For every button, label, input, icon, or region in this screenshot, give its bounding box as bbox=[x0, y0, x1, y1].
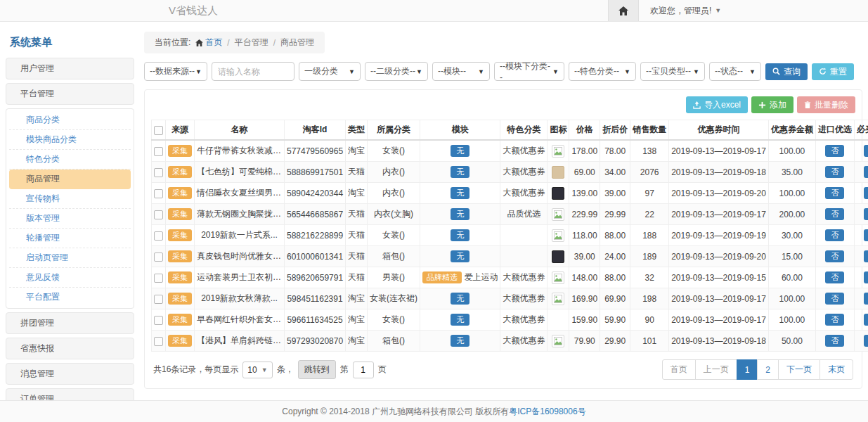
module-cell: 无 bbox=[420, 331, 500, 352]
import-excel-button[interactable]: 导入excel bbox=[686, 96, 748, 113]
sidebar-group[interactable]: 用户管理 bbox=[6, 58, 134, 79]
source-cell: 采集 bbox=[166, 183, 195, 204]
source-badge: 采集 bbox=[168, 166, 192, 178]
module-badge[interactable]: 无 bbox=[451, 335, 469, 347]
module-badge[interactable]: 无 bbox=[451, 187, 469, 199]
filter-select[interactable]: --特色分类--▼ bbox=[569, 62, 636, 81]
source-cell: 采集 bbox=[166, 225, 195, 246]
breadcrumb-home-link[interactable]: 首页 bbox=[195, 37, 222, 49]
page-button[interactable]: 2 bbox=[757, 359, 779, 380]
sidebar-item[interactable]: 宣传物料 bbox=[9, 189, 131, 209]
sidebar-group[interactable]: 拼团管理 bbox=[6, 312, 134, 334]
row-checkbox[interactable] bbox=[154, 274, 163, 283]
sidebar-item[interactable]: 商品分类 bbox=[9, 110, 131, 130]
page-button[interactable]: 末页 bbox=[820, 359, 853, 380]
module-badge[interactable]: 无 bbox=[451, 250, 469, 262]
module-badge[interactable]: 无 bbox=[451, 208, 469, 220]
must-buy-toggle[interactable]: 否 bbox=[864, 250, 868, 262]
filter-select[interactable]: --二级分类--▼ bbox=[365, 62, 428, 81]
page-size-select[interactable]: 10 ▼ bbox=[242, 362, 272, 378]
page-button[interactable]: 1 bbox=[737, 359, 758, 380]
row-checkbox[interactable] bbox=[154, 337, 163, 346]
module-badge[interactable]: 品牌精选 bbox=[422, 271, 462, 283]
sidebar-group[interactable]: 订单管理 bbox=[6, 388, 134, 401]
sidebar-group[interactable]: 消息管理 bbox=[6, 363, 134, 385]
row-checkbox[interactable] bbox=[154, 252, 163, 262]
import-select-toggle[interactable]: 否 bbox=[825, 271, 844, 283]
jump-button[interactable]: 跳转到 bbox=[298, 360, 336, 379]
import-select-toggle[interactable]: 否 bbox=[825, 187, 844, 199]
sidebar-item[interactable]: 轮播管理 bbox=[9, 229, 131, 248]
must-buy-toggle[interactable]: 否 bbox=[864, 208, 868, 220]
table-row: 采集【港风】单肩斜跨链条...597293020870淘宝箱包()无大额优惠券7… bbox=[152, 331, 868, 352]
icp-link[interactable]: 粤ICP备16098006号 bbox=[509, 406, 585, 418]
import-select-toggle[interactable]: 否 bbox=[825, 314, 844, 326]
filter-select[interactable]: --宝贝类型--▼ bbox=[640, 62, 705, 81]
sidebar-group[interactable]: 省惠快报 bbox=[6, 338, 134, 359]
row-checkbox[interactable] bbox=[154, 231, 163, 241]
must-buy-toggle[interactable]: 否 bbox=[864, 145, 868, 157]
table-row: 采集真皮钱包时尚优雅女士...601000601341天猫箱包()无39.002… bbox=[152, 246, 868, 267]
must-buy-toggle[interactable]: 否 bbox=[864, 271, 868, 283]
module-badge[interactable]: 无 bbox=[451, 314, 469, 326]
jump-page-input[interactable] bbox=[353, 362, 374, 378]
filter-select[interactable]: --模块下分类--▼ bbox=[494, 62, 564, 81]
row-checkbox[interactable] bbox=[154, 189, 163, 198]
product-thumbnail bbox=[552, 166, 564, 179]
sidebar-item[interactable]: 模块商品分类 bbox=[9, 130, 131, 150]
must-buy-toggle[interactable]: 否 bbox=[864, 314, 868, 326]
import-select-toggle[interactable]: 否 bbox=[825, 166, 844, 178]
sidebar-item[interactable]: 版本管理 bbox=[9, 209, 131, 229]
module-badge[interactable]: 无 bbox=[451, 229, 469, 241]
import-select-toggle[interactable]: 否 bbox=[825, 145, 844, 157]
product-name: 2019新款一片式系... bbox=[195, 225, 285, 246]
row-checkbox[interactable] bbox=[154, 295, 163, 304]
row-checkbox[interactable] bbox=[154, 316, 163, 325]
must-buy-toggle[interactable]: 否 bbox=[864, 166, 868, 178]
sidebar-item[interactable]: 启动页管理 bbox=[9, 248, 131, 268]
row-checkbox[interactable] bbox=[154, 210, 163, 219]
name-search-input[interactable] bbox=[212, 62, 294, 81]
chevron-down-icon: ▼ bbox=[261, 366, 268, 373]
filter-select[interactable]: 一级分类▼ bbox=[299, 62, 361, 81]
sidebar-item[interactable]: 平台配置 bbox=[9, 288, 131, 307]
select-all-checkbox[interactable] bbox=[154, 126, 163, 135]
must-buy-cell: 否 bbox=[854, 225, 868, 246]
batch-delete-button[interactable]: 批量删除 bbox=[797, 96, 855, 113]
module-badge[interactable]: 无 bbox=[451, 166, 469, 178]
chevron-down-icon: ▼ bbox=[749, 68, 756, 75]
filter-select[interactable]: --模块--▼ bbox=[432, 62, 490, 81]
import-select-toggle[interactable]: 否 bbox=[825, 208, 844, 220]
page-button[interactable]: 下一页 bbox=[778, 359, 820, 380]
sidebar-group[interactable]: 平台管理 bbox=[6, 83, 134, 105]
sidebar-item[interactable]: 意见反馈 bbox=[9, 268, 131, 288]
page-button[interactable]: 上一页 bbox=[695, 359, 737, 380]
module-badge[interactable]: 无 bbox=[451, 145, 469, 157]
broken-image-icon bbox=[552, 293, 564, 305]
reset-button[interactable]: 重置 bbox=[812, 63, 854, 80]
filter-select[interactable]: --状态--▼ bbox=[709, 62, 761, 81]
import-select-toggle[interactable]: 否 bbox=[825, 335, 844, 347]
import-select-toggle[interactable]: 否 bbox=[825, 250, 844, 262]
source-cell: 采集 bbox=[166, 309, 195, 331]
home-button[interactable] bbox=[608, 0, 639, 21]
add-button[interactable]: 添加 bbox=[751, 96, 793, 113]
import-select-toggle[interactable]: 否 bbox=[825, 293, 844, 305]
sidebar-item[interactable]: 特色分类 bbox=[9, 150, 131, 170]
must-buy-toggle[interactable]: 否 bbox=[864, 229, 868, 241]
import-select-toggle[interactable]: 否 bbox=[825, 229, 844, 241]
must-buy-toggle[interactable]: 否 bbox=[864, 335, 868, 347]
module-cell: 无 bbox=[420, 288, 500, 309]
product-category: 内衣(文胸) bbox=[368, 204, 420, 225]
page-button[interactable]: 首页 bbox=[662, 359, 696, 380]
search-button[interactable]: 查询 bbox=[765, 63, 808, 80]
row-checkbox[interactable] bbox=[154, 147, 163, 156]
feature-category: 大额优惠券 bbox=[500, 267, 548, 288]
user-menu[interactable]: 欢迎您，管理员! ▼ bbox=[639, 0, 732, 21]
sidebar-item[interactable]: 商品管理 bbox=[9, 170, 131, 189]
must-buy-toggle[interactable]: 否 bbox=[864, 187, 868, 199]
module-badge[interactable]: 无 bbox=[451, 293, 469, 305]
must-buy-toggle[interactable]: 否 bbox=[864, 293, 868, 305]
row-checkbox[interactable] bbox=[154, 168, 163, 177]
filter-select[interactable]: --数据来源--▼ bbox=[144, 62, 207, 81]
